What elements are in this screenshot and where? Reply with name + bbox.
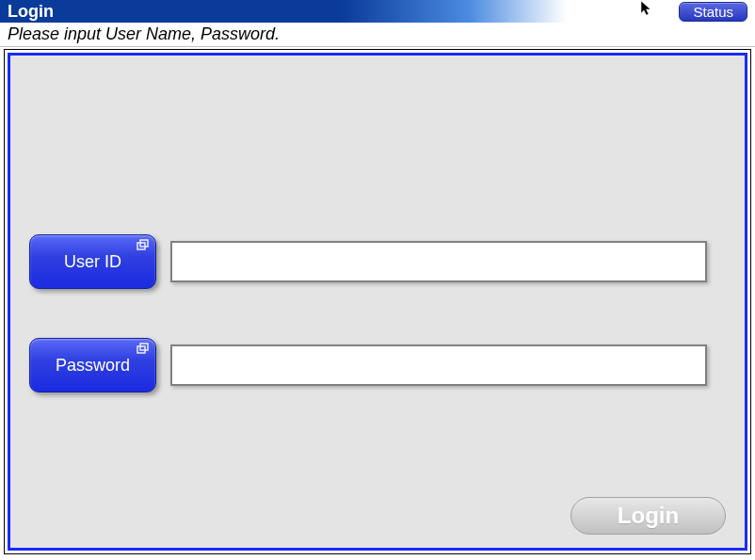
password-button-label: Password	[56, 356, 130, 376]
login-panel: User ID Password	[8, 53, 747, 551]
outer-frame: User ID Password	[4, 49, 751, 554]
status-button[interactable]: Status	[679, 2, 747, 22]
user-id-button-label: User ID	[64, 252, 121, 272]
user-id-button[interactable]: User ID	[29, 234, 156, 289]
user-id-row: User ID	[29, 234, 707, 289]
title-bar: Login Status	[0, 0, 755, 23]
login-button[interactable]: Login	[570, 497, 726, 535]
password-row: Password	[29, 338, 707, 392]
instruction-text: Please input User Name, Password.	[0, 23, 755, 47]
window-icon	[137, 239, 150, 252]
login-button-label: Login	[618, 503, 679, 529]
window-icon	[137, 343, 150, 356]
password-input[interactable]	[170, 344, 707, 386]
password-button[interactable]: Password	[29, 338, 156, 392]
window-title: Login	[8, 2, 54, 22]
user-id-input[interactable]	[170, 241, 707, 282]
